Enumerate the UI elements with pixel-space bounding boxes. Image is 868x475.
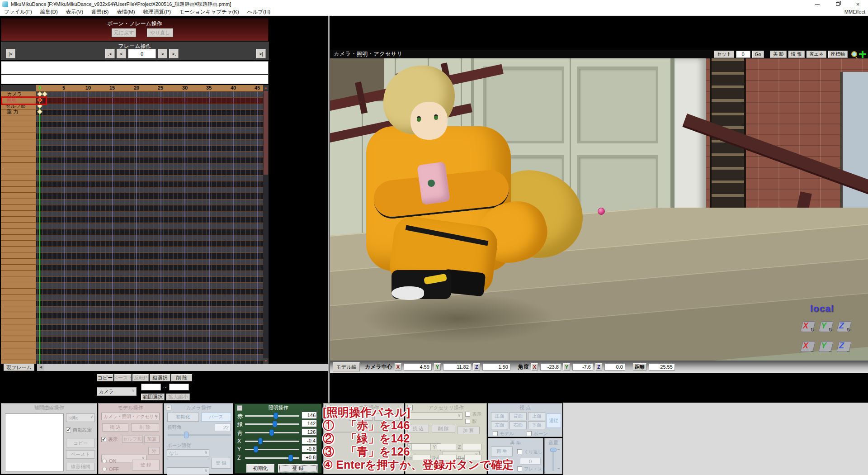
menu-physics[interactable]: 物理演算(P) — [139, 9, 175, 15]
green-slider-track[interactable] — [245, 423, 299, 425]
viewport-3d-scene[interactable]: local X↻ Y↻ Z↻ X→ Y→ Z→ — [330, 58, 868, 361]
interp-channel-select[interactable]: 回転 — [66, 413, 95, 422]
camera-extra-select[interactable] — [167, 467, 209, 475]
range-from-input[interactable] — [141, 384, 161, 390]
interp-curve-box[interactable] — [5, 413, 64, 471]
red-slider-track[interactable] — [245, 415, 299, 417]
camera-z-input[interactable]: 1.50 — [482, 363, 510, 370]
menu-facial[interactable]: 表情(M) — [113, 9, 139, 15]
blue-value-input[interactable]: 126 — [302, 428, 317, 436]
gizmo-rotate-x[interactable]: X↻ — [800, 320, 816, 333]
blue-slider-thumb[interactable] — [269, 429, 274, 436]
paste-button[interactable]: ペースト — [114, 374, 132, 381]
menu-background[interactable]: 背景(B) — [87, 9, 113, 15]
mmeffect-label[interactable]: MMEffect — [844, 8, 865, 15]
light-y-input[interactable]: -0.6 — [302, 445, 317, 452]
light-y-track[interactable] — [245, 449, 299, 450]
frame-last-button[interactable]: >| — [256, 49, 266, 58]
axis-button[interactable]: 座標軸 — [828, 51, 848, 58]
light-init-button[interactable]: 初期化 — [246, 464, 274, 473]
fov-slider-thumb[interactable] — [184, 432, 189, 438]
gizmo-rotate-y[interactable]: Y↻ — [818, 320, 834, 333]
gizmo-rotate-z[interactable]: Z↻ — [836, 320, 852, 333]
info-button[interactable]: 情 報 — [788, 51, 805, 58]
delete-button[interactable]: 削 除 — [171, 374, 192, 381]
bone-follow-select[interactable]: なし — [167, 449, 209, 457]
menu-edit[interactable]: 編集(D) — [36, 9, 62, 15]
column-select-button[interactable]: 縦選択 — [150, 374, 170, 381]
scroll-left-icon[interactable]: ◀ — [37, 364, 44, 371]
interp-paste-button[interactable]: ペースト — [66, 450, 95, 459]
light-x-track[interactable] — [245, 441, 299, 442]
model-add-button[interactable]: 加算 — [144, 436, 160, 443]
light-z-thumb[interactable] — [288, 455, 293, 461]
scroll-up-icon[interactable]: ▲ — [263, 85, 269, 90]
menu-help[interactable]: ヘルプ(H) — [243, 9, 274, 15]
model-show-checkbox[interactable]: 表示 — [101, 437, 118, 443]
timeline-hscrollbar[interactable]: ◀ — [37, 364, 328, 371]
menu-view[interactable]: 表示(V) — [62, 9, 87, 15]
light-x-input[interactable]: -0.4 — [302, 437, 317, 444]
restore-button[interactable] — [827, 0, 848, 8]
model-delete-button[interactable]: 削 除 — [131, 423, 159, 432]
perspective-button[interactable]: パース — [201, 413, 231, 422]
pink-marker[interactable] — [598, 208, 605, 215]
scroll-down-icon[interactable]: ▼ — [263, 358, 269, 364]
model-select[interactable]: カメラ・照明・アクセサリ — [101, 413, 160, 420]
model-selfshadow-button[interactable]: セルフ影 — [122, 436, 143, 443]
physics-on-radio[interactable]: ON — [102, 458, 117, 464]
timeline-vscrollbar[interactable]: ▲ ▼ — [263, 85, 269, 364]
minimize-button[interactable] — [807, 0, 827, 8]
frame-number-input[interactable]: 0 — [128, 49, 156, 58]
red-slider-thumb[interactable] — [274, 413, 278, 419]
frame-back5-button[interactable]: .< — [105, 49, 115, 58]
linear-interp-button[interactable]: 線形補間 — [66, 463, 95, 471]
undo-button[interactable]: 元に戻す — [112, 28, 136, 37]
frame-back-button[interactable]: < — [117, 49, 126, 58]
gizmo-move-x[interactable]: X→ — [800, 340, 816, 353]
camera-register-button[interactable]: 登 録 — [211, 458, 231, 469]
frame-fwd5-button[interactable]: >. — [169, 49, 179, 58]
reverse-paste-button[interactable]: 反転P — [132, 374, 149, 381]
track-label-gravity[interactable]: 重 力 — [1, 109, 36, 115]
interp-copy-button[interactable]: コピー — [66, 439, 95, 447]
magnifier-icon[interactable] — [851, 51, 857, 57]
frame-fwd-button[interactable]: > — [158, 49, 167, 58]
fov-input[interactable]: 22 — [215, 423, 231, 431]
gizmo-move-y[interactable]: Y→ — [818, 340, 834, 353]
model-out-button[interactable]: 外 — [148, 447, 160, 455]
gizmo-move-z[interactable]: Z→ — [836, 340, 852, 353]
range-to-input[interactable] — [169, 384, 189, 390]
camera-y-input[interactable]: 11.82 — [443, 363, 471, 370]
angle-z-input[interactable]: 0.0 — [604, 363, 625, 370]
light-x-thumb[interactable] — [258, 438, 263, 445]
camera-x-input[interactable]: 4.59 — [404, 363, 432, 370]
physics-off-radio[interactable]: OFF — [102, 466, 119, 472]
distance-input[interactable]: 25.55 — [649, 363, 675, 370]
menu-mocap[interactable]: モーションキャプチャ(K) — [175, 9, 243, 15]
go-button[interactable]: Go — [752, 51, 764, 58]
light-y-thumb[interactable] — [254, 446, 258, 453]
display-shadow-button[interactable]: 美 影 — [770, 51, 787, 58]
light-register-button[interactable]: 登 録 — [278, 464, 318, 473]
track-type-select[interactable]: カメラ — [97, 387, 137, 396]
timeline-grid[interactable] — [36, 91, 263, 364]
expand-shrink-button[interactable]: 拡大縮小 — [166, 394, 190, 400]
auto-set-checkbox[interactable]: 自動設定 — [66, 427, 92, 433]
bone-list-box[interactable] — [1, 61, 269, 84]
red-value-input[interactable]: 146 — [302, 412, 317, 419]
model-register-button[interactable]: 登 録 — [132, 460, 160, 470]
range-select-button[interactable]: 範囲選択 — [141, 394, 165, 400]
keyframe-gravity-0[interactable] — [37, 109, 42, 114]
move-cross-icon[interactable] — [859, 51, 866, 58]
timeline-ruler[interactable]: 0 5 10 15 20 25 30 35 40 45 — [36, 85, 263, 91]
green-slider-thumb[interactable] — [273, 421, 277, 428]
fov-slider-track[interactable] — [168, 434, 231, 436]
close-button[interactable]: × — [848, 0, 868, 8]
vscroll-thumb[interactable] — [264, 91, 268, 175]
copy-button[interactable]: コピー — [97, 374, 113, 381]
menu-file[interactable]: ファイル(F) — [0, 9, 36, 15]
light-z-input[interactable]: +0.8 — [302, 454, 317, 461]
redo-button[interactable]: やり直し — [147, 28, 173, 37]
frame-first-button[interactable]: |< — [6, 49, 15, 58]
